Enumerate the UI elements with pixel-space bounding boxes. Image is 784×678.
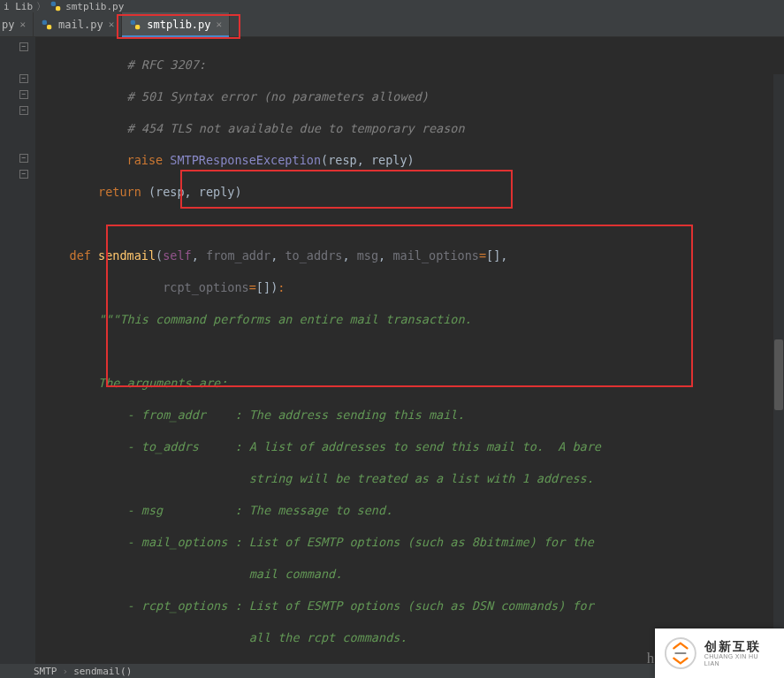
python-file-icon (41, 19, 53, 31)
tab-label: py (2, 19, 14, 31)
logo-text-en: CHUANG XIN HU LIAN (704, 653, 775, 667)
gutter[interactable] (0, 37, 35, 664)
svg-rect-4 (131, 19, 135, 24)
svg-rect-5 (135, 25, 140, 29)
tab-label: mail.py (58, 19, 103, 31)
crumb-method[interactable]: sendmail() (73, 666, 132, 677)
code-line: all the rcpt commands. (41, 630, 407, 644)
fold-toggle[interactable] (19, 74, 28, 83)
crumb-dir[interactable]: i Lib (4, 1, 33, 12)
code-line: # 501 Syntax error (no parameters allowe… (41, 89, 429, 103)
tab-smtplib[interactable]: smtplib.py ✕ (122, 12, 230, 36)
breadcrumb: i Lib 〉 smtplib.py (0, 0, 784, 12)
scrollbar-thumb[interactable] (774, 339, 783, 410)
logo-text-cn: 创新互联 (704, 640, 775, 653)
svg-rect-0 (51, 2, 56, 6)
code-line: - mail_options : List of ESMTP options (… (41, 535, 594, 549)
python-file-icon (49, 0, 62, 12)
close-icon[interactable]: ✕ (217, 19, 223, 30)
crumb-file-chip[interactable]: smtplib.py (49, 0, 124, 12)
code-line: - msg : The message to send. (41, 503, 392, 517)
fold-toggle[interactable] (19, 170, 28, 179)
code-line: - rcpt_options : List of ESMTP options (… (41, 598, 594, 613)
crumb-class[interactable]: SMTP (34, 666, 57, 677)
svg-rect-3 (47, 25, 51, 29)
python-file-icon (129, 19, 141, 31)
logo-badge: 创新互联 CHUANG XIN HU LIAN (655, 628, 784, 678)
code-line: # 454 TLS not available due to temporary… (41, 121, 465, 135)
svg-rect-1 (56, 6, 60, 11)
logo-icon (664, 636, 697, 670)
code-line: mail command. (41, 567, 342, 581)
close-icon[interactable]: ✕ (19, 19, 26, 30)
code-line: """This command performs an entire mail … (41, 312, 472, 326)
tab-mail[interactable]: mail.py ✕ (34, 12, 122, 36)
fold-toggle[interactable] (19, 106, 28, 115)
code-line: - to_addrs : A list of addresses to send… (41, 439, 601, 453)
close-icon[interactable]: ✕ (109, 19, 115, 30)
svg-rect-2 (42, 19, 47, 24)
code-line: - from_addr : The address sending this m… (41, 408, 465, 422)
chevron-right-icon: › (63, 666, 69, 677)
code-line: The arguments are: (41, 376, 227, 390)
fold-toggle[interactable] (19, 90, 28, 99)
code-line: # RFC 3207: (41, 57, 206, 72)
editor-tabs: py ✕ mail.py ✕ smtplib.py ✕ (0, 12, 784, 37)
crumb-sep: 〉 (36, 0, 46, 13)
tab-label: smtplib.py (147, 19, 210, 31)
scrollbar-track[interactable] (773, 74, 784, 650)
editor[interactable]: # RFC 3207: # 501 Syntax error (no param… (0, 37, 784, 664)
crumb-file: smtplib.py (65, 1, 124, 12)
fold-toggle[interactable] (19, 154, 28, 163)
fold-toggle[interactable] (19, 42, 28, 51)
code-line: string will be treated as a list with 1 … (41, 471, 594, 485)
tab-py[interactable]: py ✕ (0, 12, 34, 36)
code-area[interactable]: # RFC 3207: # 501 Syntax error (no param… (35, 37, 784, 664)
